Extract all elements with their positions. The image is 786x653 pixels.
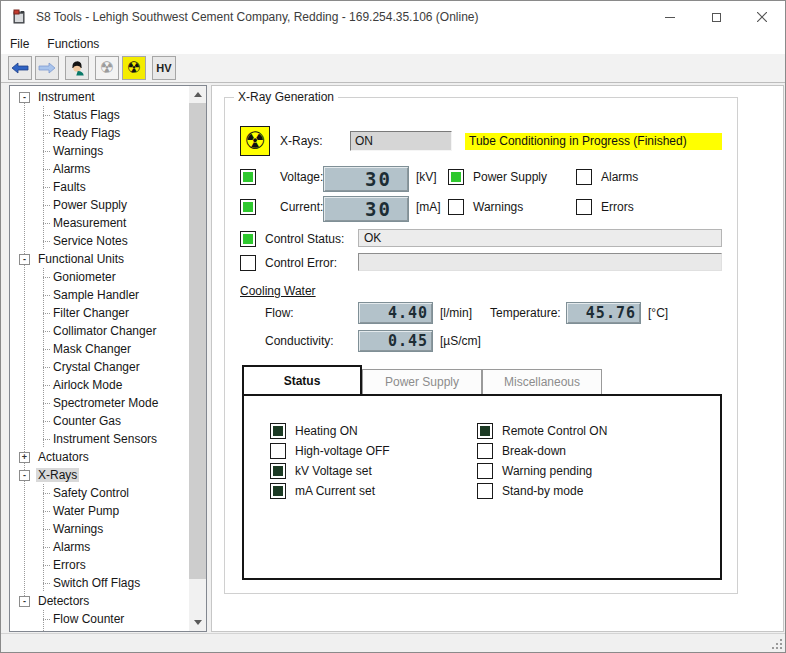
tree-item[interactable]: Water Pump <box>10 502 190 520</box>
tree-item[interactable]: Alarms <box>10 538 190 556</box>
menu-functions[interactable]: Functions <box>38 35 108 53</box>
instrument-tree: Instrument Status Flags Ready Flags Warn… <box>10 88 190 632</box>
current-indicator <box>240 199 256 215</box>
tree-item-label: Errors <box>51 558 88 572</box>
xrays-state-field: ON <box>350 131 452 151</box>
resize-grip-icon[interactable] <box>772 639 782 649</box>
scroll-down-icon <box>194 620 202 625</box>
tree-item[interactable]: Sample Handler <box>10 286 190 304</box>
tree-expander-icon[interactable] <box>19 92 30 103</box>
radiation-off-icon: ☢ <box>100 60 114 76</box>
tree-item[interactable]: Goniometer <box>10 268 190 286</box>
current-lcd: 30 <box>323 196 409 222</box>
tree-item-label: Measurement <box>51 216 128 230</box>
minimize-button[interactable] <box>647 1 693 33</box>
tree-item[interactable]: Crystal Changer <box>10 358 190 376</box>
tree-item-label: Service Notes <box>51 234 130 248</box>
cooling-water-heading: Cooling Water <box>240 281 316 301</box>
tree-item[interactable]: Filter Changer <box>10 304 190 322</box>
menu-file[interactable]: File <box>1 35 38 53</box>
tab[interactable]: Power Supply <box>362 369 482 394</box>
tree-item[interactable]: Spectrometer Mode <box>10 394 190 412</box>
tree-item-label: Safety Control <box>51 486 131 500</box>
tree-item[interactable]: Detectors <box>10 592 190 610</box>
status-flag-row[interactable]: Remote Control ON <box>477 423 607 439</box>
hv-button[interactable]: HV <box>152 56 176 80</box>
temperature-lcd: 45.76 <box>566 302 641 324</box>
tree-item-label: Detectors <box>36 594 91 608</box>
tree-item[interactable]: Service Notes <box>10 232 190 250</box>
flag-label: Heating ON <box>295 424 358 438</box>
tree-expander-icon[interactable] <box>19 596 30 607</box>
minimize-icon <box>665 17 675 18</box>
status-flag-row[interactable]: mA Current set <box>270 483 390 499</box>
status-flag-row[interactable]: Warning pending <box>477 463 607 479</box>
tree-expander-icon[interactable] <box>19 470 30 481</box>
tree-item[interactable]: Power Supply <box>10 196 190 214</box>
tree-item[interactable]: Scintillation Counter <box>10 628 190 632</box>
tree-item-label: Spectrometer Mode <box>51 396 160 410</box>
tree-item-label: Faults <box>51 180 88 194</box>
close-button[interactable] <box>739 1 785 33</box>
flag-label: Break-down <box>502 444 566 458</box>
scroll-down-button[interactable] <box>189 614 206 631</box>
tree-item[interactable]: Airlock Mode <box>10 376 190 394</box>
tab[interactable]: Miscellaneous <box>482 369 602 394</box>
tree-item[interactable]: Ready Flags <box>10 124 190 142</box>
tree-item[interactable]: Warnings <box>10 520 190 538</box>
status-flag-row[interactable]: Stand-by mode <box>477 483 607 499</box>
flag-label: mA Current set <box>295 484 375 498</box>
close-icon <box>757 12 767 22</box>
tree-item[interactable]: Status Flags <box>10 106 190 124</box>
tree-item[interactable]: Mask Changer <box>10 340 190 358</box>
back-arrow-icon <box>11 62 29 74</box>
tree-item[interactable]: Counter Gas <box>10 412 190 430</box>
tree-item-label: Crystal Changer <box>51 360 142 374</box>
tree-item-label: Ready Flags <box>51 126 122 140</box>
status-flag-row[interactable]: Heating ON <box>270 423 390 439</box>
xray-on-button[interactable]: ☢ <box>122 56 146 80</box>
tree-item-label: Mask Changer <box>51 342 133 356</box>
tree-item[interactable]: Measurement <box>10 214 190 232</box>
warnings-indicator <box>448 199 464 215</box>
tree-item[interactable]: Actuators <box>10 448 190 466</box>
power-supply-label: Power Supply <box>473 167 547 187</box>
temperature-unit: [°C] <box>648 303 668 323</box>
status-checks-left: Heating ON High-voltage OFF kV Voltage s… <box>270 423 390 503</box>
status-flag-row[interactable]: High-voltage OFF <box>270 443 390 459</box>
tree-item-label: Power Supply <box>51 198 129 212</box>
tree-item[interactable]: Warnings <box>10 142 190 160</box>
tree-item[interactable]: X-Rays <box>10 466 190 484</box>
control-status-field: OK <box>358 229 722 247</box>
tree-item[interactable]: Instrument Sensors <box>10 430 190 448</box>
forward-arrow-icon <box>38 62 56 74</box>
xray-off-button[interactable]: ☢ <box>95 56 119 80</box>
flag-checkbox <box>477 483 493 499</box>
control-error-field <box>358 253 722 271</box>
tree-item[interactable]: Flow Counter <box>10 610 190 628</box>
tree-item-label: Flow Counter <box>51 612 126 626</box>
tree-item[interactable]: Functional Units <box>10 250 190 268</box>
tree-scrollbar[interactable] <box>189 86 206 631</box>
maximize-button[interactable] <box>693 1 739 33</box>
status-flag-row[interactable]: kV Voltage set <box>270 463 390 479</box>
tree-item[interactable]: Collimator Changer <box>10 322 190 340</box>
control-status-indicator <box>240 231 256 247</box>
tree-item[interactable]: Safety Control <box>10 484 190 502</box>
scrollbar-thumb[interactable] <box>189 103 206 579</box>
back-button[interactable] <box>8 56 32 80</box>
tab[interactable]: Status <box>242 365 362 394</box>
control-status-label: Control Status: <box>265 229 344 249</box>
tree-item[interactable]: Alarms <box>10 160 190 178</box>
forward-button[interactable] <box>35 56 59 80</box>
flag-checkbox <box>270 463 286 479</box>
tree-item[interactable]: Errors <box>10 556 190 574</box>
tree-item[interactable]: Switch Off Flags <box>10 574 190 592</box>
tree-expander-icon[interactable] <box>19 254 30 265</box>
operator-button[interactable] <box>65 56 89 80</box>
tree-item[interactable]: Instrument <box>10 88 190 106</box>
scroll-up-button[interactable] <box>189 86 206 103</box>
status-flag-row[interactable]: Break-down <box>477 443 607 459</box>
tree-expander-icon[interactable] <box>19 452 30 463</box>
tree-item[interactable]: Faults <box>10 178 190 196</box>
